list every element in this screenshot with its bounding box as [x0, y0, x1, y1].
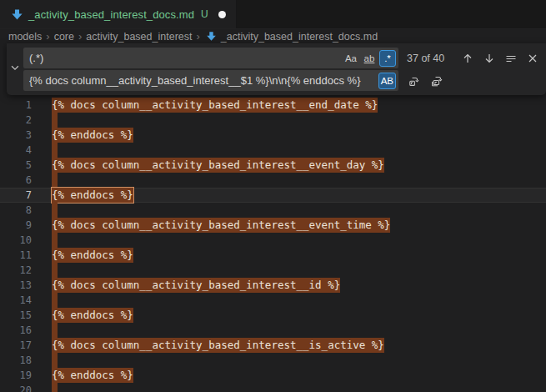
- match-count: 37 of 40: [407, 53, 444, 64]
- line-number[interactable]: 10: [0, 233, 32, 248]
- line-number[interactable]: 18: [0, 353, 32, 368]
- line-number[interactable]: 13: [0, 278, 32, 293]
- replace-all-icon: [430, 74, 443, 88]
- find-match-highlight: {% docs column__activity_based_interest_…: [52, 338, 384, 353]
- editor-line[interactable]: 13{% docs column__activity_based_interes…: [0, 278, 546, 293]
- editor-line[interactable]: 14: [0, 293, 546, 308]
- breadcrumb-item[interactable]: _activity_based_interest_docs.md: [221, 31, 378, 43]
- line-number[interactable]: 9: [0, 218, 32, 233]
- breadcrumb-separator: ›: [77, 30, 83, 43]
- find-match-highlight: [52, 293, 58, 308]
- line-content: [32, 233, 58, 248]
- editor-line[interactable]: 17{% docs column__activity_based_interes…: [0, 338, 546, 353]
- editor-pane[interactable]: 1{% docs column__activity_based_interest…: [0, 43, 546, 392]
- line-number[interactable]: 2: [0, 113, 32, 128]
- editor-line[interactable]: 8: [0, 203, 546, 218]
- line-number[interactable]: 16: [0, 323, 32, 338]
- find-match-highlight: {% enddocs %}: [52, 368, 133, 383]
- find-match-highlight: [52, 353, 58, 368]
- tab-bar: _activity_based_interest_docs.md U: [0, 0, 546, 29]
- find-match-highlight: {% enddocs %}: [52, 248, 133, 263]
- next-match-button[interactable]: [480, 49, 498, 67]
- editor-line[interactable]: 18: [0, 353, 546, 368]
- line-number[interactable]: 14: [0, 293, 32, 308]
- previous-match-button[interactable]: [458, 49, 476, 67]
- editor-line[interactable]: 7{% enddocs %}: [0, 188, 546, 203]
- editor-line[interactable]: 15{% enddocs %}: [0, 308, 546, 323]
- arrow-up-icon: [461, 52, 474, 65]
- line-number[interactable]: 19: [0, 368, 32, 383]
- line-content: [32, 353, 58, 368]
- match-case-toggle[interactable]: Aa: [343, 50, 359, 67]
- line-content: [32, 143, 58, 158]
- editor-line[interactable]: 16: [0, 323, 546, 338]
- replace-input[interactable]: {% docs column__activity_based_interest_…: [23, 70, 398, 91]
- breadcrumb-item[interactable]: models: [8, 31, 42, 43]
- whole-word-toggle[interactable]: ab: [361, 50, 378, 67]
- tab-filename: _activity_based_interest_docs.md: [28, 8, 194, 21]
- line-content: {% docs column__activity_based_interest_…: [32, 338, 384, 353]
- editor-line[interactable]: 1{% docs column__activity_based_interest…: [0, 98, 546, 113]
- arrow-down-icon: [483, 52, 496, 65]
- line-number[interactable]: 3: [0, 128, 32, 143]
- line-content: [32, 383, 58, 392]
- editor-lines: 1{% docs column__activity_based_interest…: [0, 43, 546, 392]
- line-number[interactable]: 6: [0, 173, 32, 188]
- replace-one-button[interactable]: [405, 72, 423, 89]
- editor-line[interactable]: 3{% enddocs %}: [0, 128, 546, 143]
- replace-value: {% docs column__activity_based_interest_…: [29, 74, 375, 87]
- breadcrumb-separator: ›: [44, 30, 51, 43]
- breadcrumb-item[interactable]: activity_based_interest: [86, 31, 192, 43]
- breadcrumb-item[interactable]: core: [54, 31, 74, 43]
- editor-line[interactable]: 19{% enddocs %}: [0, 368, 546, 383]
- line-number[interactable]: 1: [0, 98, 32, 113]
- line-content: {% docs column__activity_based_interest_…: [32, 218, 390, 233]
- editor-line[interactable]: 9{% docs column__activity_based_interest…: [0, 218, 546, 233]
- editor-line[interactable]: 4: [0, 143, 546, 158]
- tab-active[interactable]: _activity_based_interest_docs.md U: [0, 0, 237, 28]
- line-content: [32, 113, 58, 128]
- find-in-selection-button[interactable]: [502, 49, 519, 67]
- line-number[interactable]: 15: [0, 308, 32, 323]
- replace-all-button[interactable]: [428, 72, 445, 89]
- find-input[interactable]: (.*) Aa ab .*: [23, 48, 398, 68]
- editor-line[interactable]: 2: [0, 113, 546, 128]
- find-match-highlight: {% enddocs %}: [52, 308, 133, 323]
- line-number[interactable]: 7: [0, 188, 32, 203]
- markdown-file-icon: [11, 8, 23, 21]
- preserve-case-toggle[interactable]: AB: [378, 73, 396, 89]
- line-number[interactable]: 12: [0, 263, 32, 278]
- line-content: {% docs column__activity_based_interest_…: [32, 98, 378, 113]
- editor-line[interactable]: 11{% enddocs %}: [0, 248, 546, 263]
- close-find-button[interactable]: [523, 49, 541, 67]
- line-content: {% enddocs %}: [32, 368, 133, 383]
- find-match-highlight: [52, 173, 58, 188]
- current-find-match: {% enddocs %}: [52, 188, 133, 203]
- find-match-highlight: {% docs column__activity_based_interest_…: [52, 98, 378, 113]
- git-status-badge: U: [201, 8, 208, 20]
- find-match-highlight: [52, 383, 58, 392]
- find-match-highlight: [52, 203, 58, 218]
- line-number[interactable]: 17: [0, 338, 32, 353]
- line-number[interactable]: 8: [0, 203, 32, 218]
- line-number[interactable]: 5: [0, 158, 32, 173]
- line-content: {% enddocs %}: [32, 308, 133, 323]
- editor-line[interactable]: 10: [0, 233, 546, 248]
- find-match-highlight: [52, 143, 58, 158]
- line-number[interactable]: 20: [0, 383, 32, 392]
- line-number[interactable]: 4: [0, 143, 32, 158]
- toggle-replace-button[interactable]: [7, 43, 23, 95]
- editor-line[interactable]: 6: [0, 173, 546, 188]
- editor-line[interactable]: 20: [0, 383, 546, 392]
- find-match-highlight: {% docs column__activity_based_interest_…: [52, 158, 384, 173]
- find-widget: (.*) Aa ab .* 37 of 40: [7, 43, 546, 95]
- find-match-highlight: {% docs column__activity_based_interest_…: [52, 218, 390, 233]
- line-content: {% enddocs %}: [32, 188, 133, 203]
- find-match-highlight: {% docs column__activity_based_interest_…: [52, 278, 340, 293]
- selection-lines-icon: [504, 52, 518, 65]
- line-number[interactable]: 11: [0, 248, 32, 263]
- regex-toggle[interactable]: .*: [379, 50, 396, 67]
- editor-line[interactable]: 5{% docs column__activity_based_interest…: [0, 158, 546, 173]
- editor-line[interactable]: 12: [0, 263, 546, 278]
- unsaved-changes-dot[interactable]: [218, 11, 226, 18]
